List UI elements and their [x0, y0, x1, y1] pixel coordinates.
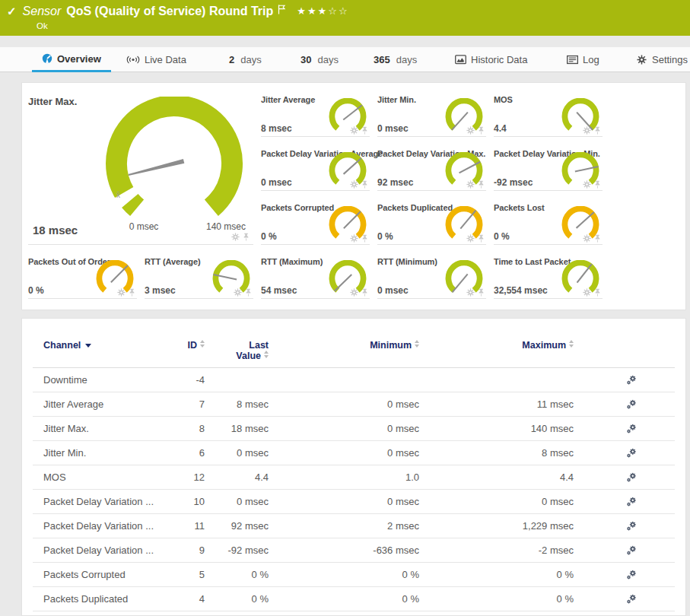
gauge-settings-gear-icon[interactable] — [350, 180, 358, 189]
channel-settings-gears-icon[interactable] — [626, 594, 637, 605]
table-row-mos[interactable]: MOS 12 4.4 1.0 4.4 — [33, 465, 675, 490]
channel-settings-gears-icon[interactable] — [626, 448, 637, 459]
gauge-pin-icon[interactable] — [242, 233, 250, 241]
gauge-pin-icon[interactable] — [244, 288, 253, 297]
tab-historic-data[interactable]: Historic Data — [455, 47, 527, 72]
cell-minimum: 0 % — [269, 593, 419, 605]
column-header-id[interactable]: ID — [157, 340, 205, 351]
gauges-panel: Jitter Max. x̄ 0 msec 140 msec 18 msec J… — [21, 82, 686, 310]
table-row-packets-corrupted[interactable]: Packets Corrupted 5 0 % 0 % 0 % — [33, 563, 675, 587]
cell-minimum: 0 msec — [269, 496, 419, 507]
gauge-pin-icon[interactable] — [477, 126, 485, 135]
gauge-pin-icon[interactable] — [361, 180, 369, 189]
sensor-status-text: Ok — [37, 21, 48, 30]
table-row-packets-duplicated[interactable]: Packets Duplicated 4 0 % 0 % 0 % — [33, 587, 675, 611]
gauge-settings-gear-icon[interactable] — [583, 288, 591, 297]
gauge-pin-icon[interactable] — [477, 234, 485, 243]
cell-last-value: -92 msec — [205, 545, 269, 556]
channel-settings-gears-icon[interactable] — [626, 375, 637, 386]
table-row-pdv-min[interactable]: Packet Delay Variation ... 9 -92 msec -6… — [33, 538, 675, 563]
gauge-settings-gear-icon[interactable] — [583, 234, 591, 243]
gauge-settings-gear-icon[interactable] — [466, 126, 475, 135]
gauge-icon — [42, 53, 52, 64]
priority-stars[interactable]: ★★★☆☆ — [297, 5, 348, 17]
gauge-settings-gear-icon[interactable] — [466, 288, 475, 297]
column-header-channel[interactable]: Channel — [43, 340, 157, 351]
channel-settings-gears-icon[interactable] — [626, 424, 637, 434]
gauge-pin-icon[interactable] — [128, 288, 136, 297]
sensor-header: ✓ Sensor QoS (Quality of Service) Round … — [0, 0, 690, 36]
channel-settings-gears-icon[interactable] — [626, 545, 637, 556]
tab-label: Historic Data — [471, 54, 527, 65]
gauge-value: -92 msec — [494, 177, 533, 188]
gauge-value: 0 msec — [261, 177, 292, 188]
cell-last-value: 0 msec — [205, 447, 269, 459]
tab-365-days[interactable]: 365 days — [374, 47, 417, 72]
table-row-pdv-max[interactable]: Packet Delay Variation ... 11 92 msec 2 … — [33, 514, 675, 538]
cell-channel: Packets Duplicated — [43, 593, 157, 605]
tab-live-data[interactable]: Live Data — [126, 47, 186, 72]
gauge-tile-pdv-min: Packet Delay Variation Min. -92 msec — [494, 148, 603, 191]
channel-settings-gears-icon[interactable] — [626, 570, 637, 580]
gauge-settings-gear-icon[interactable] — [350, 126, 358, 135]
gauge-pin-icon[interactable] — [361, 234, 369, 243]
gauge-pin-icon[interactable] — [477, 180, 485, 189]
gauge-settings-gear-icon[interactable] — [350, 234, 358, 243]
gauge-tile-jitter-max: Jitter Max. x̄ 0 msec 140 msec 18 msec — [28, 94, 253, 245]
channel-settings-gears-icon[interactable] — [626, 521, 637, 532]
channel-settings-gears-icon[interactable] — [626, 497, 637, 507]
gauge-settings-gear-icon[interactable] — [583, 180, 591, 189]
cell-minimum: 0 msec — [269, 398, 419, 410]
gauge-settings-gear-icon[interactable] — [583, 126, 591, 135]
log-icon — [567, 55, 578, 65]
gauge-tile-jitter-average: Jitter Average 8 msec — [261, 94, 370, 137]
gauge-settings-gear-icon[interactable] — [350, 288, 358, 297]
column-header-minimum[interactable]: Minimum — [269, 340, 419, 351]
gauge-pin-icon[interactable] — [593, 288, 602, 297]
gauge-settings-gear-icon[interactable] — [466, 180, 475, 189]
tab-2-days[interactable]: 2 days — [229, 47, 262, 72]
flag-icon[interactable] — [278, 5, 286, 14]
table-row-jitter-min[interactable]: Jitter Min. 6 0 msec 0 msec 8 msec — [33, 441, 675, 465]
gauge-pin-icon[interactable] — [361, 288, 369, 297]
tab-overview[interactable]: Overview — [32, 47, 111, 72]
gauge-pin-icon[interactable] — [593, 234, 602, 243]
column-header-last-value[interactable]: LastValue — [205, 340, 269, 361]
gauge-tile-packets-out-of-order: Packets Out of Order 0 % — [28, 256, 137, 299]
column-header-maximum[interactable]: Maximum — [419, 340, 574, 351]
tab-label: Live Data — [145, 54, 186, 65]
settings-gear-icon — [636, 55, 647, 65]
gauge-pin-icon[interactable] — [361, 126, 369, 135]
gauge-settings-gear-icon[interactable] — [234, 288, 242, 297]
table-row-downtime[interactable]: Downtime -4 — [33, 368, 675, 392]
tab-settings[interactable]: Settings — [636, 47, 688, 72]
table-row-pdv-average[interactable]: Packet Delay Variation ... 10 0 msec 0 m… — [33, 490, 675, 514]
table-row-jitter-max[interactable]: Jitter Max. 8 18 msec 0 msec 140 msec — [33, 417, 675, 441]
gauge-value: 0 % — [377, 231, 393, 242]
cell-maximum: 11 msec — [419, 398, 574, 410]
gauge-pin-icon[interactable] — [593, 126, 602, 135]
gauge-value: 4.4 — [494, 123, 507, 134]
gauge-tile-jitter-min: Jitter Min. 0 msec — [377, 94, 486, 137]
gauge-settings-gear-icon[interactable] — [231, 233, 240, 241]
sort-caret-icon — [85, 344, 91, 348]
gauge-pin-icon[interactable] — [477, 288, 485, 297]
gauge-settings-gear-icon[interactable] — [117, 288, 126, 297]
cell-last-value: 0 msec — [205, 496, 269, 507]
channel-settings-gears-icon[interactable] — [626, 399, 637, 410]
gauge-settings-gear-icon[interactable] — [466, 234, 475, 243]
cell-maximum: 140 msec — [419, 423, 574, 434]
gauge-tile-mos: MOS 4.4 — [494, 94, 603, 137]
cell-maximum: 4.4 — [419, 472, 574, 483]
status-ok-check-icon: ✓ — [7, 5, 17, 18]
gauge-pin-icon[interactable] — [593, 180, 602, 189]
cell-maximum: -2 msec — [419, 545, 574, 556]
cell-id: 9 — [157, 545, 205, 556]
channel-settings-gears-icon[interactable] — [626, 472, 637, 483]
tab-log[interactable]: Log — [567, 47, 599, 72]
tab-30-days[interactable]: 30 days — [300, 47, 339, 72]
cell-channel: Packet Delay Variation ... — [43, 496, 157, 507]
cell-minimum: 1.0 — [269, 472, 419, 483]
cell-last-value: 0 % — [205, 593, 269, 605]
table-row-jitter-average[interactable]: Jitter Average 7 8 msec 0 msec 11 msec — [33, 392, 675, 417]
